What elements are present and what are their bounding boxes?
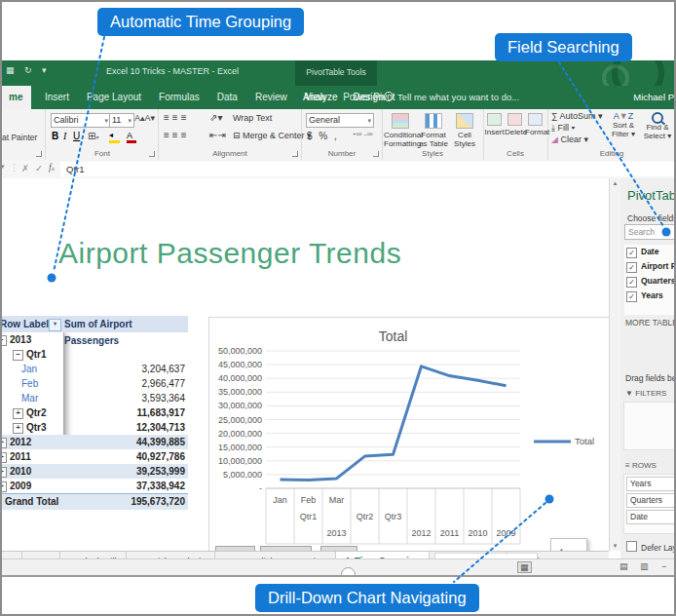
tab-analyze[interactable]: Analyze — [295, 86, 346, 109]
cancel-icon[interactable]: ✗ — [21, 163, 29, 173]
pivot-table[interactable]: Row Labels ▾ Sum of Airport Passengers −… — [0, 316, 188, 510]
font-name-combo[interactable]: Calibri▾ — [51, 113, 111, 128]
format-as-table-button[interactable]: Format as Table — [418, 111, 449, 148]
conditional-formatting-button[interactable]: Conditional Formatting — [384, 111, 417, 148]
delete-cells-button[interactable]: Delete — [505, 111, 525, 136]
expand-icon[interactable]: + — [0, 481, 7, 492]
autosum-button[interactable]: ∑ AutoSum ▾ — [551, 111, 602, 121]
dialog-launcher-icon[interactable] — [373, 151, 379, 157]
dialog-launcher-icon[interactable] — [149, 151, 155, 157]
field-item-years[interactable]: ✓Years — [624, 289, 676, 303]
page-layout-view-button[interactable]: ▤ — [620, 561, 628, 571]
rows-drop-area[interactable]: YearsQuartersDate — [623, 474, 676, 534]
insert-cells-button[interactable]: Insert — [484, 111, 505, 136]
worksheet[interactable]: Airport Passenger Trends Row Labels ▾ Su… — [0, 178, 609, 551]
pivot-row-label[interactable]: Feb — [0, 376, 38, 391]
find-select-button[interactable]: Find & Select ▾ — [641, 112, 674, 140]
bold-button[interactable]: B — [52, 131, 58, 141]
italic-button[interactable]: I — [63, 131, 66, 141]
pivot-row-label[interactable]: Mar — [0, 391, 38, 405]
name-box-arrow-icon[interactable]: ▾ — [1, 163, 5, 171]
defer-layout-checkbox[interactable]: Defer Layout — [624, 541, 676, 553]
checkbox-icon[interactable]: ✓ — [626, 291, 637, 302]
clear-button[interactable]: ◢ Clear ▾ — [551, 135, 588, 144]
window-resize-handle[interactable] — [341, 567, 356, 577]
tab-insert[interactable]: Insert — [36, 86, 78, 109]
field-item-date[interactable]: ✓Date — [624, 245, 676, 259]
dialog-launcher-icon[interactable] — [292, 151, 298, 157]
pivot-row-label[interactable]: +2010 — [0, 464, 31, 479]
fill-button[interactable]: ⤓ Fill ▾ — [551, 123, 575, 134]
decimal-icons[interactable]: ⁺⁰⁰ ⁻⁰⁰ — [353, 133, 373, 140]
tab-formulas[interactable]: Formulas — [150, 86, 208, 109]
tab-page-layout[interactable]: Page Layout — [78, 86, 150, 109]
expand-icon[interactable]: + — [0, 438, 7, 448]
row-labels-filter-icon[interactable]: ▾ — [49, 319, 61, 331]
number-format-icons[interactable]: $ % , — [307, 131, 339, 141]
expand-icon[interactable]: + — [13, 408, 23, 419]
scroll-up-icon[interactable]: ▲ — [611, 180, 620, 186]
rows-area-item-quarters[interactable]: Quarters — [626, 493, 676, 508]
filters-drop-area[interactable] — [623, 402, 676, 450]
collapse-icon[interactable]: − — [0, 335, 7, 346]
tab-home[interactable]: me — [0, 86, 31, 109]
pivot-row-label[interactable]: +2012 — [0, 435, 31, 449]
pivot-row-label[interactable]: −Qtr1 — [0, 347, 47, 362]
pivot-row-label[interactable]: −2013 — [0, 332, 31, 347]
enter-icon[interactable]: ✓ — [35, 163, 43, 173]
pivot-row-label[interactable]: Grand Total — [0, 494, 58, 510]
scroll-down-icon[interactable]: ▼ — [611, 543, 620, 549]
alignment-group: ≡≡≡ ⇗▾ Wrap Text ≡≡≡ ⇤⇥ ⊟ Merge & Center… — [159, 109, 302, 160]
formula-input[interactable]: Qtr1 — [60, 162, 676, 176]
cell-styles-button[interactable]: Cell Styles — [450, 111, 479, 148]
checkbox-icon[interactable]: ✓ — [626, 262, 637, 273]
tab-review[interactable]: Review — [246, 86, 296, 109]
pivot-row-label[interactable]: +2009 — [0, 479, 31, 493]
dialog-launcher-icon[interactable] — [36, 151, 42, 157]
field-item-airport-passe[interactable]: ✓Airport Passe — [624, 259, 676, 274]
number-format-combo[interactable]: General▾ — [306, 113, 374, 128]
svg-text:5,000,000: 5,000,000 — [223, 470, 262, 480]
format-cells-button[interactable]: Format — [525, 111, 545, 136]
checkbox-icon[interactable]: ✓ — [626, 277, 637, 288]
pivot-row-label[interactable]: +Qtr2 — [0, 405, 47, 420]
checkbox-icon[interactable]: ✓ — [626, 248, 637, 258]
zoom-out-button[interactable]: − — [661, 561, 666, 571]
horizontal-align-icons[interactable]: ≡≡≡ — [164, 130, 190, 140]
indent-icons[interactable]: ⇤⇥ — [209, 130, 226, 140]
vertical-align-icons[interactable]: ≡≡≡ — [164, 112, 190, 123]
user-name[interactable]: Michael P — [633, 86, 674, 109]
rows-area-item-date[interactable]: Date — [626, 510, 676, 524]
collapse-icon[interactable]: − — [13, 350, 23, 361]
font-color-icon[interactable]: A — [127, 131, 136, 143]
more-tables-link[interactable]: MORE TABLES... — [625, 318, 676, 327]
quick-access-toolbar[interactable]: ▦ ↻ ▾ — [6, 65, 51, 75]
pivot-row-label[interactable]: Jan — [0, 362, 37, 376]
sort-filter-button[interactable]: A▼ZSort & Filter ▾ — [608, 112, 639, 138]
tab-data[interactable]: Data — [208, 86, 246, 109]
expand-icon[interactable]: + — [0, 452, 7, 463]
fx-icon[interactable]: fx — [49, 163, 55, 173]
merge-center-button[interactable]: ⊟ Merge & Center ▾ — [233, 131, 312, 140]
grow-shrink-font-icons[interactable]: A▴A▾ — [134, 113, 155, 123]
underline-button[interactable]: U — [73, 131, 80, 141]
expand-icon[interactable]: + — [0, 467, 7, 478]
normal-view-button[interactable]: ▦ — [517, 561, 532, 573]
font-size-combo[interactable]: 11▾ — [109, 113, 134, 128]
expand-icon[interactable]: + — [13, 423, 23, 434]
field-search-input[interactable]: Search — [624, 224, 676, 240]
field-item-quarters[interactable]: ✓Quarters — [624, 274, 676, 289]
pivot-chart[interactable]: 5,000,00010,000,00015,000,00020,000,0002… — [208, 317, 609, 551]
expand-entire-field-button[interactable]: + — [557, 544, 566, 551]
tell-me-box[interactable]: Tell me what you want to do... — [384, 86, 519, 109]
rows-area-item-years[interactable]: Years — [626, 477, 676, 491]
fill-color-icon[interactable]: ◂ — [109, 131, 120, 143]
pivot-row-label[interactable]: +Qtr3 — [0, 420, 47, 435]
orientation-icon[interactable]: ⇗▾ — [209, 112, 222, 123]
borders-icon[interactable]: ⊞▾ — [88, 131, 98, 141]
wrap-text-button[interactable]: Wrap Text — [233, 113, 272, 123]
pivot-row-label[interactable]: +2011 — [0, 449, 31, 464]
page-break-view-button[interactable]: ▥ — [640, 561, 649, 571]
format-painter-button[interactable]: at Painter — [2, 133, 37, 142]
collapse-entire-field-button[interactable]: − — [572, 544, 581, 551]
